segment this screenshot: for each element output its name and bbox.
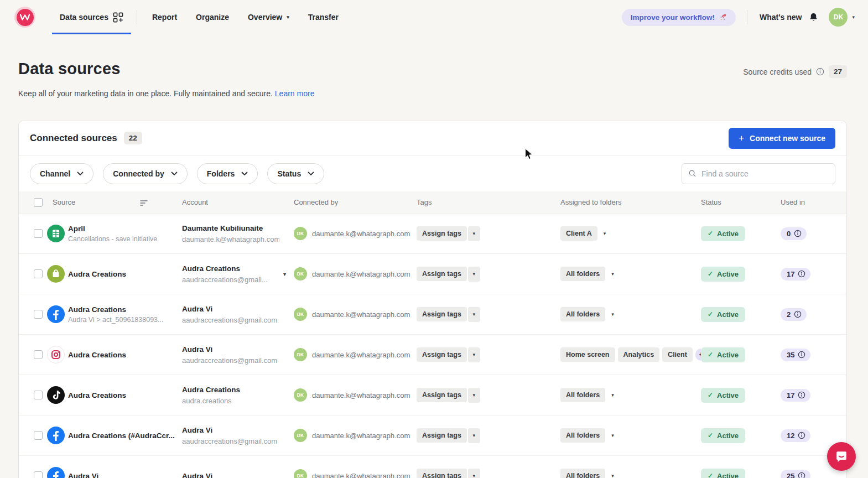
filter-folders[interactable]: Folders xyxy=(197,163,258,184)
assign-tags-label: Assign tags xyxy=(422,351,461,358)
chevron-down-icon: ▾ xyxy=(287,14,289,20)
row-checkbox[interactable] xyxy=(34,350,43,359)
avatar: DK xyxy=(294,267,307,280)
status-label: Active xyxy=(717,270,739,278)
nav-report[interactable]: Report xyxy=(143,0,186,34)
page-header: Data sources Keep all of your marketing … xyxy=(0,34,868,98)
check-icon: ✓ xyxy=(708,270,713,278)
select-all-checkbox[interactable] xyxy=(34,198,43,207)
assign-tags-chevron-down-icon[interactable]: ▾ xyxy=(468,267,480,282)
status-badge: ✓ Active xyxy=(701,267,745,282)
row-checkbox[interactable] xyxy=(34,310,43,319)
assign-tags-button[interactable]: Assign tags xyxy=(417,226,467,241)
account-name: Audra Vi xyxy=(182,305,279,313)
assign-tags-button[interactable]: Assign tags xyxy=(417,307,467,321)
assign-tags-button[interactable]: Assign tags xyxy=(417,428,467,443)
search-input[interactable] xyxy=(701,169,829,178)
folder-chip[interactable]: All folders xyxy=(560,267,605,281)
info-icon[interactable] xyxy=(798,472,805,478)
learn-more-link[interactable]: Learn more xyxy=(275,89,315,98)
info-icon[interactable] xyxy=(798,270,805,278)
row-checkbox[interactable] xyxy=(34,391,43,399)
improve-workflow-button[interactable]: Improve your workflow! xyxy=(622,9,736,26)
assign-tags-button[interactable]: Assign tags xyxy=(417,267,467,281)
folder-chips: Home screenAnalyticsClient xyxy=(560,347,693,362)
nav-organize[interactable]: Organize xyxy=(186,0,238,34)
connected-by-email: daumante.k@whatagraph.com xyxy=(312,472,410,478)
account-name: Daumante Kubiliunaite xyxy=(182,224,279,232)
assign-tags-button[interactable]: Assign tags xyxy=(417,347,467,362)
folders-chevron-down-icon[interactable]: ▾ xyxy=(608,390,617,400)
assign-tags-chevron-down-icon[interactable]: ▾ xyxy=(468,347,480,362)
folder-chip[interactable]: Client A xyxy=(560,226,597,241)
chat-launcher-button[interactable] xyxy=(827,442,856,471)
nav-overview[interactable]: Overview ▾ xyxy=(238,0,299,34)
connect-new-source-button[interactable]: + Connect new source xyxy=(729,128,835,149)
avatar-chevron-down-icon[interactable]: ▾ xyxy=(852,14,855,20)
table-row: Audra Creations Audra Vi > act_509618380… xyxy=(19,294,846,335)
info-icon[interactable] xyxy=(794,230,802,237)
folder-chip[interactable]: All folders xyxy=(560,469,605,478)
page-subtitle: Keep all of your marketing data in one p… xyxy=(18,89,314,98)
folders-chevron-down-icon[interactable]: ▾ xyxy=(608,471,617,478)
avatar: DK xyxy=(294,308,307,321)
info-icon[interactable] xyxy=(816,67,824,76)
assign-tags-button[interactable]: Assign tags xyxy=(417,469,467,478)
info-icon[interactable] xyxy=(798,432,805,439)
whatagraph-logo[interactable] xyxy=(14,7,35,28)
nav-transfer[interactable]: Transfer xyxy=(299,0,348,34)
account-chevron-down-icon[interactable]: ▾ xyxy=(283,271,286,277)
info-icon[interactable] xyxy=(798,351,805,358)
folder-chip[interactable]: Home screen xyxy=(560,347,615,362)
filter-status[interactable]: Status xyxy=(267,163,324,184)
source-name: Audra Creations xyxy=(68,391,126,399)
nav-data-sources[interactable]: Data sources xyxy=(52,0,131,34)
column-account: Account xyxy=(182,198,294,206)
user-avatar[interactable]: DK xyxy=(829,8,848,27)
folder-chip[interactable]: All folders xyxy=(560,388,605,402)
status-label: Active xyxy=(717,351,739,359)
whats-new-link[interactable]: What's new xyxy=(760,13,802,22)
folders-chevron-down-icon[interactable]: ▾ xyxy=(608,430,617,440)
row-checkbox[interactable] xyxy=(34,269,43,278)
account-subtitle: audra.creations xyxy=(182,397,279,405)
filter-connected-by[interactable]: Connected by xyxy=(103,163,188,184)
folder-chip[interactable]: Client xyxy=(662,347,693,362)
table-row: Audra Creations Audra Vi aaudraccreation… xyxy=(19,335,846,375)
row-checkbox[interactable] xyxy=(34,471,43,478)
status-badge: ✓ Active xyxy=(701,347,745,362)
folder-chip[interactable]: All folders xyxy=(560,307,605,321)
bell-icon[interactable] xyxy=(808,12,819,23)
folders-chevron-down-icon[interactable]: ▾ xyxy=(600,228,610,238)
connected-sources-panel: Connected sources 22 + Connect new sourc… xyxy=(18,121,847,478)
used-in-pill: 12 xyxy=(781,429,810,442)
folders-cell: All folders ▾ xyxy=(560,307,701,321)
used-in-value: 17 xyxy=(787,270,794,278)
nav-divider xyxy=(137,10,137,24)
info-icon[interactable] xyxy=(794,310,802,318)
filter-channel[interactable]: Channel xyxy=(30,163,93,184)
row-checkbox[interactable] xyxy=(34,229,43,238)
account-name: Audra Creations xyxy=(182,386,279,394)
folder-chip[interactable]: All folders xyxy=(560,428,605,443)
assign-tags-chevron-down-icon[interactable]: ▾ xyxy=(468,428,480,443)
assign-tags-chevron-down-icon[interactable]: ▾ xyxy=(468,307,480,322)
sort-icon[interactable] xyxy=(140,199,148,206)
connected-by-email: daumante.k@whatagraph.com xyxy=(312,310,410,319)
row-checkbox[interactable] xyxy=(34,431,43,440)
folders-chevron-down-icon[interactable]: ▾ xyxy=(608,269,617,279)
status-badge: ✓ Active xyxy=(701,428,745,443)
folder-chip[interactable]: Analytics xyxy=(618,347,660,362)
assign-tags-chevron-down-icon[interactable]: ▾ xyxy=(468,469,480,478)
info-icon[interactable] xyxy=(798,391,805,399)
folders-chevron-down-icon[interactable]: ▾ xyxy=(608,309,617,319)
check-icon: ✓ xyxy=(708,391,713,399)
assign-tags-chevron-down-icon[interactable]: ▾ xyxy=(468,388,480,403)
assign-tags-label: Assign tags xyxy=(422,230,461,237)
folders-more-badge[interactable]: +4 xyxy=(695,349,701,361)
assign-tags-button[interactable]: Assign tags xyxy=(417,388,467,402)
assign-tags-chevron-down-icon[interactable]: ▾ xyxy=(468,226,480,241)
status-badge: ✓ Active xyxy=(701,388,745,403)
chevron-down-icon xyxy=(308,172,314,176)
folder-chips: All folders xyxy=(560,307,605,321)
